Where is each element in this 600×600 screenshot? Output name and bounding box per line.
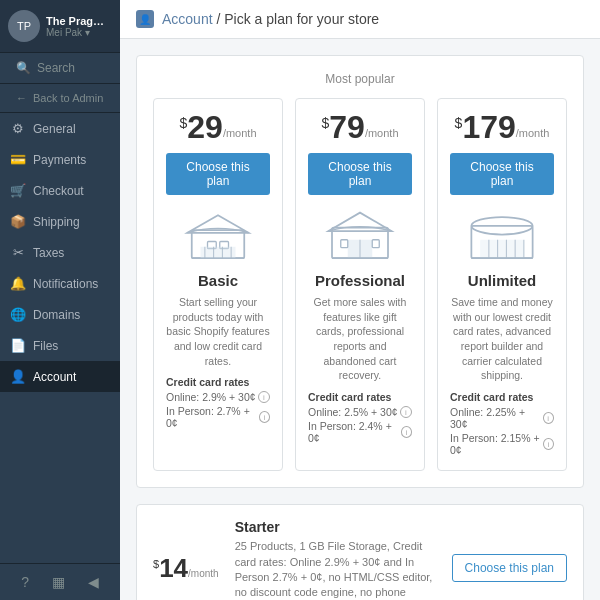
starter-desc: 25 Products, 1 GB File Storage, Credit c… <box>235 539 436 600</box>
sidebar-item-general[interactable]: ⚙ General <box>0 113 120 144</box>
sidebar-profile[interactable]: TP The Pragmatic Desig... Mei Pak ▾ <box>0 0 120 53</box>
amount-unlimited: 179 <box>462 111 515 143</box>
sidebar-item-label: Checkout <box>33 184 84 198</box>
basic-shop-icon <box>183 207 253 262</box>
breadcrumb-page: Pick a plan for your store <box>224 11 379 27</box>
shipping-icon: 📦 <box>10 214 26 229</box>
plan-card-unlimited: $ 179 /month Choose this plan <box>437 98 567 471</box>
plan-name-basic: Basic <box>198 272 238 289</box>
main-body: Most popular $ 29 /month Choose this pla… <box>120 39 600 600</box>
sidebar-item-label: Domains <box>33 308 80 322</box>
sidebar-item-label: Taxes <box>33 246 64 260</box>
info-icon-professional-online[interactable]: i <box>400 406 412 418</box>
info-icon-unlimited-inperson[interactable]: i <box>543 438 554 450</box>
period-unlimited: /month <box>516 127 550 139</box>
sidebar-item-label: General <box>33 122 76 136</box>
info-icon-basic-inperson[interactable]: i <box>259 411 270 423</box>
main-content: 👤 Account / Pick a plan for your store M… <box>120 0 600 600</box>
starter-info: Starter 25 Products, 1 GB File Storage, … <box>235 519 436 600</box>
plan-cc-basic: Credit card rates Online: 2.9% + 30¢ i I… <box>166 376 270 431</box>
sidebar-nav: ⚙ General 💳 Payments 🛒 Checkout 📦 Shippi… <box>0 113 120 563</box>
back-label: Back to Admin <box>33 92 103 104</box>
back-to-admin[interactable]: ← Back to Admin <box>0 84 120 113</box>
plan-cc-professional: Credit card rates Online: 2.5% + 30¢ i I… <box>308 391 412 446</box>
cc-inperson-professional: In Person: 2.4% + 0¢ i <box>308 420 412 444</box>
choose-professional-button[interactable]: Choose this plan <box>308 153 412 195</box>
cc-online-unlimited: Online: 2.25% + 30¢ i <box>450 406 554 430</box>
sidebar-item-label: Files <box>33 339 58 353</box>
taxes-icon: ✂ <box>10 245 26 260</box>
avatar: TP <box>8 10 40 42</box>
sidebar-item-label: Notifications <box>33 277 98 291</box>
starter-name: Starter <box>235 519 436 535</box>
dollar-professional: $ <box>321 115 329 131</box>
choose-unlimited-button[interactable]: Choose this plan <box>450 153 554 195</box>
cc-online-basic: Online: 2.9% + 30¢ i <box>166 391 270 403</box>
period-professional: /month <box>365 127 399 139</box>
plan-name-professional: Professional <box>315 272 405 289</box>
sidebar-item-taxes[interactable]: ✂ Taxes <box>0 237 120 268</box>
cc-title-basic: Credit card rates <box>166 376 270 388</box>
svg-rect-19 <box>480 240 524 258</box>
dollar-unlimited: $ <box>455 115 463 131</box>
payments-icon: 💳 <box>10 152 26 167</box>
info-icon-basic-online[interactable]: i <box>258 391 270 403</box>
sidebar-item-notifications[interactable]: 🔔 Notifications <box>0 268 120 299</box>
info-icon-professional-inperson[interactable]: i <box>401 426 412 438</box>
choose-starter-button[interactable]: Choose this plan <box>452 554 567 582</box>
gear-icon: ⚙ <box>10 121 26 136</box>
starter-period: /month <box>188 568 219 579</box>
sidebar-item-checkout[interactable]: 🛒 Checkout <box>0 175 120 206</box>
plan-card-basic: $ 29 /month Choose this plan <box>153 98 283 471</box>
plans-row: $ 29 /month Choose this plan <box>153 98 567 471</box>
starter-price: $ 14 /month <box>153 555 219 581</box>
sidebar-item-shipping[interactable]: 📦 Shipping <box>0 206 120 237</box>
account-header-icon: 👤 <box>136 10 154 28</box>
starter-amount: 14 <box>159 555 188 581</box>
dollar-basic: $ <box>179 115 187 131</box>
sidebar-item-label: Payments <box>33 153 86 167</box>
checkout-icon: 🛒 <box>10 183 26 198</box>
cc-title-unlimited: Credit card rates <box>450 391 554 403</box>
back-arrow-icon[interactable]: ◀ <box>88 574 99 590</box>
search-bar[interactable]: 🔍 Search <box>0 53 120 84</box>
notifications-icon: 🔔 <box>10 276 26 291</box>
amount-basic: 29 <box>187 111 223 143</box>
profile-sub: Mei Pak ▾ <box>46 27 112 38</box>
amount-professional: 79 <box>329 111 365 143</box>
plan-cc-unlimited: Credit card rates Online: 2.25% + 30¢ i … <box>450 391 554 458</box>
breadcrumb: Account / Pick a plan for your store <box>162 11 379 27</box>
unlimited-shop-icon <box>467 207 537 262</box>
profile-info: The Pragmatic Desig... Mei Pak ▾ <box>46 15 112 38</box>
professional-shop-icon <box>325 207 395 262</box>
plans-section: Most popular $ 29 /month Choose this pla… <box>136 55 584 488</box>
back-icon: ← <box>16 92 27 104</box>
help-icon[interactable]: ? <box>21 574 29 590</box>
plan-card-professional: $ 79 /month Choose this plan <box>295 98 425 471</box>
dashboard-icon[interactable]: ▦ <box>52 574 65 590</box>
choose-basic-button[interactable]: Choose this plan <box>166 153 270 195</box>
svg-rect-14 <box>341 240 348 248</box>
plan-desc-professional: Get more sales with features like gift c… <box>308 295 412 383</box>
search-icon: 🔍 <box>16 61 31 75</box>
domains-icon: 🌐 <box>10 307 26 322</box>
plan-desc-basic: Start selling your products today with b… <box>166 295 270 368</box>
info-icon-unlimited-online[interactable]: i <box>543 412 554 424</box>
sidebar-item-label: Account <box>33 370 76 384</box>
sidebar-item-account[interactable]: 👤 Account <box>0 361 120 392</box>
breadcrumb-account[interactable]: Account <box>162 11 213 27</box>
files-icon: 📄 <box>10 338 26 353</box>
most-popular-label: Most popular <box>153 72 567 86</box>
plan-price-professional: $ 79 /month <box>321 111 398 143</box>
sidebar-item-payments[interactable]: 💳 Payments <box>0 144 120 175</box>
cc-inperson-unlimited: In Person: 2.15% + 0¢ i <box>450 432 554 456</box>
sidebar-item-files[interactable]: 📄 Files <box>0 330 120 361</box>
sidebar-item-domains[interactable]: 🌐 Domains <box>0 299 120 330</box>
starter-section: $ 14 /month Starter 25 Products, 1 GB Fi… <box>136 504 584 600</box>
plan-price-unlimited: $ 179 /month <box>455 111 550 143</box>
breadcrumb-sep: / <box>213 11 225 27</box>
plan-name-unlimited: Unlimited <box>468 272 536 289</box>
svg-rect-5 <box>201 247 236 258</box>
sidebar: TP The Pragmatic Desig... Mei Pak ▾ 🔍 Se… <box>0 0 120 600</box>
search-label: Search <box>37 61 75 75</box>
